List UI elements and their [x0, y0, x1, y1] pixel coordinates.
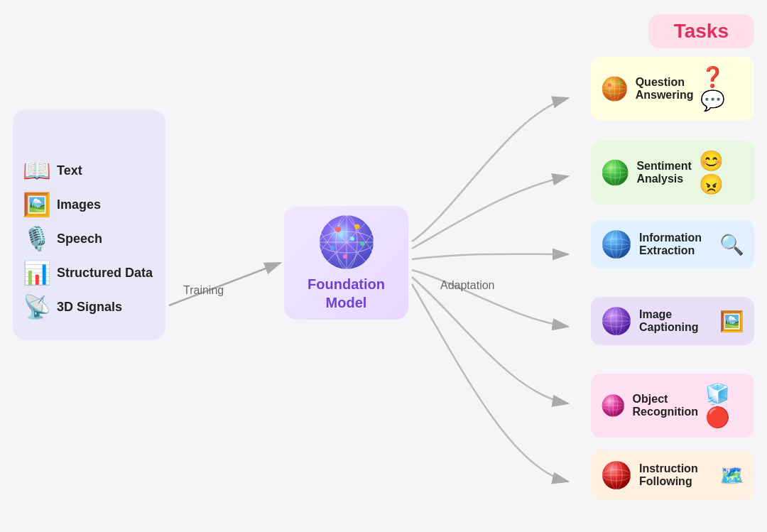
ic-label1: Image — [639, 308, 712, 321]
svg-point-19 — [350, 237, 354, 241]
foundation-model-label: FoundationModel — [308, 275, 385, 312]
qa-label2: Answering — [636, 89, 694, 102]
or-icon: 🧊🔴 — [705, 382, 744, 429]
ie-label1: Information — [639, 232, 712, 244]
task-card-or: Object Recognition 🧊🔴 — [591, 374, 754, 438]
ie-icon: 🔍 — [719, 233, 744, 256]
ie-text-area: Information Extraction — [639, 232, 712, 257]
structured-icon: 📊 — [23, 259, 51, 286]
tasks-title: Tasks — [674, 20, 729, 42]
foundation-model-box: FoundationModel — [284, 206, 408, 320]
sa-globe — [601, 157, 629, 188]
sa-label2: Analysis — [636, 173, 691, 185]
task-card-ie: Information Extraction 🔍 — [591, 220, 754, 268]
adaptation-text: Adaptation — [440, 279, 495, 291]
task-card-qa: Question Answering ❓💬 — [591, 57, 754, 121]
structured-label: Structured Data — [57, 266, 153, 281]
sa-icon: 😊😠 — [699, 149, 744, 196]
or-text-area: Object Recognition — [633, 393, 698, 418]
ic-icon: 🖼️ — [719, 310, 744, 333]
svg-point-26 — [618, 81, 621, 84]
if-label2: Following — [639, 475, 712, 488]
sa-text-area: Sentiment Analysis — [636, 160, 691, 185]
qa-globe — [601, 73, 629, 104]
ic-text-area: Image Captioning — [639, 308, 712, 334]
svg-point-25 — [608, 83, 611, 87]
tasks-title-box: Tasks — [648, 14, 754, 48]
svg-point-14 — [335, 227, 341, 232]
text-label: Text — [57, 163, 82, 178]
speech-icon: 🎙️ — [23, 225, 51, 252]
data-item-images: 🖼️ Images — [23, 191, 156, 218]
data-item-structured: 📊 Structured Data — [23, 259, 156, 286]
qa-label1: Question — [636, 76, 694, 89]
sa-label1: Sentiment — [636, 160, 691, 173]
ic-globe — [601, 305, 632, 337]
svg-point-16 — [360, 241, 364, 246]
if-icon: 🗺️ — [719, 464, 744, 487]
signals-label: 3D Signals — [57, 300, 122, 315]
speech-label: Speech — [57, 232, 102, 246]
task-card-ic: Image Captioning 🖼️ — [591, 297, 754, 345]
qa-text-area: Question Answering — [636, 76, 694, 102]
training-label: Training — [183, 284, 224, 297]
if-label1: Instruction — [639, 462, 712, 475]
foundation-model-globe — [318, 214, 375, 271]
adaptation-label: Adaptation — [440, 279, 495, 292]
data-item-speech: 🎙️ Speech — [23, 225, 156, 252]
data-item-text: 📖 Text — [23, 157, 156, 184]
if-text-area: Instruction Following — [639, 462, 712, 488]
signals-icon: 📡 — [23, 293, 51, 320]
data-items-container: 📖 Text 🖼️ Images 🎙️ Speech 📊 Structured … — [23, 157, 156, 320]
if-globe — [601, 460, 632, 491]
images-label: Images — [57, 197, 101, 212]
svg-point-18 — [343, 254, 347, 259]
ic-label2: Captioning — [639, 321, 712, 334]
ie-globe — [601, 229, 632, 260]
text-icon: 📖 — [23, 157, 51, 184]
images-icon: 🖼️ — [23, 191, 51, 218]
task-card-if: Instruction Following 🗺️ — [591, 451, 754, 499]
data-item-signals: 📡 3D Signals — [23, 293, 156, 320]
svg-point-17 — [330, 246, 334, 251]
qa-icon: ❓💬 — [700, 65, 744, 112]
ie-label2: Extraction — [639, 244, 712, 257]
svg-point-15 — [354, 224, 359, 229]
data-panel: 📖 Text 🖼️ Images 🎙️ Speech 📊 Structured … — [13, 110, 165, 340]
or-label2: Recognition — [633, 406, 698, 418]
training-text: Training — [183, 284, 224, 296]
or-globe — [601, 390, 626, 421]
task-card-sa: Sentiment Analysis 😊😠 — [591, 141, 754, 205]
or-label1: Object — [633, 393, 698, 406]
